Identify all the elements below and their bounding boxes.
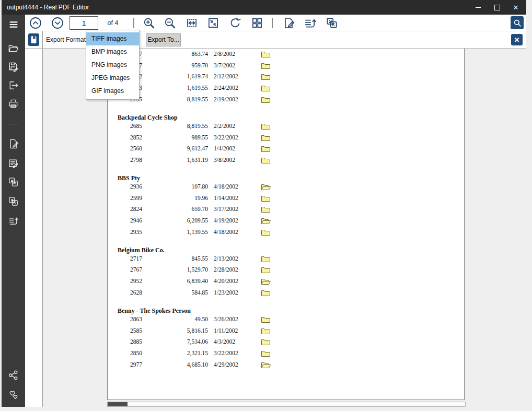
search-button[interactable]: [511, 16, 524, 29]
dropdown-item-png[interactable]: PNG images: [86, 58, 139, 72]
invoice-number: 2628: [130, 289, 142, 296]
folder-icon: [261, 338, 270, 345]
export-to-button[interactable]: Export To...: [146, 33, 181, 46]
save-as-button[interactable]: [7, 61, 19, 73]
close-export-bar-button[interactable]: ✕: [511, 34, 523, 45]
close-window-button[interactable]: ✕: [506, 0, 525, 15]
invoice-date: 4/29/2002: [214, 361, 238, 368]
convert-document-button[interactable]: [325, 16, 339, 30]
panel-gutter: [25, 49, 42, 407]
invoice-row: 29774,685.104/29/2002: [108, 361, 464, 373]
scrollbar-thumb[interactable]: [108, 402, 128, 406]
zoom-out-button[interactable]: [163, 16, 177, 30]
invoice-date: 3/17/2002: [214, 206, 238, 212]
print-button[interactable]: [7, 98, 19, 110]
previous-page-icon: [29, 16, 42, 30]
edit-content-button[interactable]: [7, 157, 19, 169]
convert-pages-a-button[interactable]: [7, 176, 19, 188]
invoice-amount: 107.80: [149, 183, 208, 190]
bookmark-icon: [30, 35, 38, 44]
convert-pages-b-button[interactable]: [7, 195, 19, 207]
invoice-row: 27531,619.552/24/2002: [108, 85, 464, 96]
dropdown-item-tiff[interactable]: TIFF images: [86, 32, 139, 45]
open-file-button[interactable]: [7, 42, 19, 54]
invoice-number: 2798: [130, 157, 142, 163]
toolbar-separator: [272, 18, 273, 28]
invoice-row: 2628584.851/23/2002: [108, 289, 464, 301]
edit-document-button[interactable]: [282, 16, 296, 30]
minimize-button[interactable]: [469, 0, 488, 15]
invoice-row: 2936107.804/18/2002: [108, 183, 464, 195]
invoice-amount: 9,612.47: [149, 145, 208, 151]
dropdown-item-bmp[interactable]: BMP images: [86, 45, 139, 58]
invoice-date: 2/8/2002: [214, 51, 235, 57]
invoice-number: 2952: [130, 278, 142, 284]
invoice-date: 3/22/2002: [214, 350, 238, 356]
invoice-row: 2717845.552/13/2002: [108, 255, 464, 267]
fit-width-button[interactable]: [184, 16, 199, 30]
panel-divider: [42, 31, 43, 407]
folder-open-icon: [261, 361, 271, 368]
horizontal-scrollbar[interactable]: [107, 402, 466, 407]
invoice-number: 2977: [130, 361, 142, 368]
invoice-number: 2585: [130, 327, 142, 334]
next-page-button[interactable]: [50, 16, 65, 30]
invoice-date: 2/2/2002: [214, 123, 235, 129]
maximize-button[interactable]: [488, 0, 506, 15]
zoom-out-icon: [163, 16, 177, 30]
fit-page-button[interactable]: [206, 16, 221, 30]
folder-icon: [261, 145, 270, 152]
title-bar: output4444 - Real PDF Editor ✕: [2, 0, 526, 15]
invoice-date: 2/13/2002: [214, 255, 238, 262]
dropdown-item-gif[interactable]: GIF images: [86, 85, 139, 98]
extract-pages-button[interactable]: [7, 215, 19, 227]
invoice-row: 27358,819.552/19/2002: [108, 96, 464, 108]
folder-icon: [261, 62, 270, 69]
dropdown-item-jpeg[interactable]: JPEG images: [86, 72, 139, 85]
invoice-date: 3/22/2002: [214, 134, 238, 140]
fit-page-icon: [206, 16, 220, 30]
invoice-amount: 8,819.55: [149, 123, 208, 129]
rotate-button[interactable]: [228, 16, 242, 30]
toolbar: of 4: [25, 15, 526, 31]
share-icon: [7, 369, 19, 381]
previous-page-button[interactable]: [28, 16, 43, 30]
invoice-date: 2/19/2002: [214, 96, 238, 102]
invoice-number: 2935: [130, 229, 142, 235]
invoice-row: 286349.503/26/2002: [108, 316, 464, 327]
invoice-row: 2797959.703/7/2002: [108, 62, 464, 74]
menu-button[interactable]: [7, 18, 19, 30]
export-list-button[interactable]: [303, 16, 317, 30]
invoice-date: 2/28/2002: [214, 266, 238, 273]
page-edit-icon: [7, 138, 19, 150]
invoice-row: 2697863.742/8/2002: [108, 51, 464, 62]
invoice-number: 2885: [130, 338, 142, 345]
invoice-row: 25609,612.471/4/2002: [108, 145, 464, 157]
folder-icon: [261, 229, 270, 236]
bookmarks-button[interactable]: [28, 33, 39, 46]
invoice-row: 29351,139.554/18/2002: [108, 229, 464, 240]
invoice-date: 1/14/2002: [214, 195, 238, 201]
invoice-amount: 8,819.55: [149, 96, 208, 102]
donate-button[interactable]: [7, 389, 19, 401]
invoice-date: 1/11/2002: [214, 327, 238, 334]
convert-icon: [325, 16, 339, 30]
document-edit-icon: [282, 16, 296, 30]
page-number-input[interactable]: [70, 16, 98, 30]
folder-icon: [261, 206, 270, 213]
maximize-icon: [494, 5, 500, 10]
minimize-icon: [476, 7, 481, 8]
invoice-date: 2/12/2002: [214, 73, 238, 79]
folder-icon: [261, 96, 270, 103]
pdf-page: 2697863.742/8/20022797959.703/7/20022712…: [107, 49, 465, 400]
fit-width-icon: [185, 16, 199, 30]
share-button[interactable]: [7, 369, 19, 381]
sidebar-divider: [8, 124, 19, 124]
edit-page-button[interactable]: [7, 138, 19, 150]
zoom-in-button[interactable]: [142, 16, 156, 30]
format-dropdown: TIFF images BMP images PNG images JPEG i…: [86, 30, 140, 100]
customer-name: Belgium Bike Co.: [118, 246, 165, 254]
page-thumbnails-button[interactable]: [250, 16, 264, 30]
folder-icon: [261, 327, 270, 334]
export-file-button[interactable]: [7, 79, 19, 91]
